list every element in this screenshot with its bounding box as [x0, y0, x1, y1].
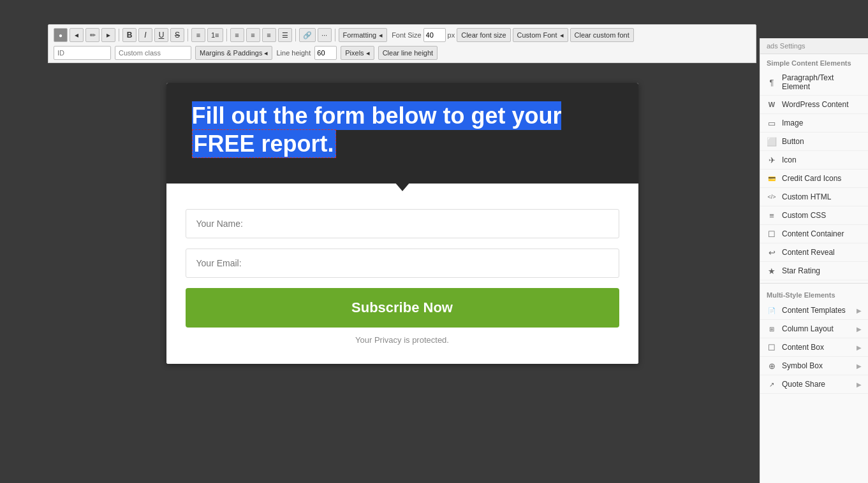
page-frame: Fill out the form below to get your FREE… [166, 83, 638, 364]
panel-item-star-rating[interactable]: ★ Star Rating [760, 262, 868, 280]
canvas-area: Fill out the form below to get your FREE… [48, 64, 756, 483]
name-input[interactable] [186, 209, 619, 238]
strikethrough-button[interactable]: S [170, 28, 184, 42]
privacy-text: Your Privacy is protected. [186, 335, 619, 345]
down-arrow [395, 182, 410, 191]
content-templates-arrow: ▶ [857, 307, 862, 314]
clear-font-size-button[interactable]: Clear font size [457, 28, 510, 42]
align-center-button[interactable]: ≡ [246, 28, 260, 42]
pixels-label: Pixels [345, 49, 364, 57]
image-label: Image [782, 119, 803, 127]
underline-button[interactable]: U [154, 28, 168, 42]
icon-icon: ✈ [767, 155, 777, 165]
content-templates-label: Content Templates [782, 306, 846, 315]
color-picker-button[interactable]: ● [54, 28, 68, 42]
panel-item-content-templates[interactable]: 📄 Content Templates ▶ [760, 301, 868, 320]
panel-item-symbol-box[interactable]: ⊕ Symbol Box ▶ [760, 357, 868, 375]
align-left-button[interactable]: ≡ [230, 28, 244, 42]
panel-item-quote-share[interactable]: ↗ Quote Share ▶ [760, 375, 868, 394]
font-size-input[interactable] [423, 28, 446, 42]
credit-card-label: Credit Card Icons [782, 174, 841, 183]
panel-item-content-box[interactable]: ☐ Content Box ▶ [760, 338, 868, 357]
page-body: Subscribe Now Your Privacy is protected. [166, 184, 638, 364]
panel-item-icon[interactable]: ✈ Icon [760, 151, 868, 169]
toolbar-row2: Margins & Paddings ◂ Line height Pixels … [48, 43, 756, 63]
panel-item-custom-css[interactable]: ≡ Custom CSS [760, 206, 868, 225]
pencil-button[interactable]: ✏ [85, 28, 99, 42]
margins-paddings-button[interactable]: Margins & Paddings ◂ [195, 46, 272, 60]
headline-line2-wrapper: FREE report. [192, 129, 336, 158]
email-input[interactable] [186, 249, 619, 278]
content-box-icon: ☐ [767, 342, 777, 352]
panel-item-column-layout[interactable]: ⊞ Column Layout ▶ [760, 320, 868, 338]
custom-class-input[interactable] [115, 46, 191, 60]
wordpress-label: WordPress Content [782, 100, 849, 109]
ordered-list-button[interactable]: 1≡ [207, 28, 223, 42]
italic-button[interactable]: I [138, 28, 152, 42]
content-container-icon: ☐ [767, 229, 777, 239]
link-button[interactable]: 🔗 [299, 28, 316, 42]
content-box-arrow: ▶ [857, 344, 862, 351]
arrow-right-button[interactable]: ▸ [101, 28, 115, 42]
align-justify-button[interactable]: ☰ [278, 28, 292, 42]
paragraph-label: Paragraph/Text Element [782, 73, 862, 91]
panel-item-content-container[interactable]: ☐ Content Container [760, 225, 868, 243]
symbol-box-icon: ⊕ [767, 361, 777, 371]
formatting-dropdown[interactable]: Formatting ◂ [339, 28, 388, 42]
pixels-button[interactable]: Pixels ◂ [341, 46, 374, 60]
panel-item-wordpress[interactable]: W WordPress Content [760, 96, 868, 114]
image-icon: ▭ [767, 118, 777, 128]
id-input[interactable] [54, 46, 111, 60]
clear-line-height-button[interactable]: Clear line height [378, 46, 438, 60]
credit-card-icon: 💳 [767, 173, 777, 184]
line-height-input[interactable] [314, 46, 337, 60]
divider3 [226, 29, 227, 41]
panel-item-button[interactable]: ⬜ Button [760, 133, 868, 151]
button-label: Button [782, 137, 804, 146]
margins-paddings-label: Margins & Paddings [200, 49, 262, 57]
unordered-list-button[interactable]: ≡ [191, 28, 205, 42]
custom-font-button[interactable]: Custom Font ◂ [513, 28, 568, 42]
text-formatting-toolbar: ● ◂ ✏ ▸ B I U S ≡ 1≡ ≡ ≡ ≡ ☰ 🔗 ··· Forma… [48, 24, 756, 46]
panel-item-custom-html[interactable]: </> Custom HTML [760, 188, 868, 206]
content-box-label: Content Box [782, 343, 824, 352]
content-templates-icon: 📄 [767, 305, 777, 315]
multi-style-section-title: Multi-Style Elements [760, 286, 868, 301]
clear-custom-font-button[interactable]: Clear custom font [570, 28, 634, 42]
custom-css-label: Custom CSS [782, 211, 826, 220]
symbol-box-label: Symbol Box [782, 361, 823, 370]
simple-content-section-title: Simple Content Elements [760, 54, 868, 69]
headline: Fill out the form below to get your FREE… [192, 102, 613, 158]
more-button[interactable]: ··· [318, 28, 332, 42]
panel-item-content-reveal[interactable]: ↩ Content Reveal [760, 243, 868, 262]
px-label: px [448, 31, 455, 39]
font-size-label: Font Size [392, 31, 421, 39]
panel-item-image[interactable]: ▭ Image [760, 114, 868, 133]
arrow-left-button[interactable]: ◂ [70, 28, 84, 42]
panel-divider [760, 283, 868, 284]
formatting-label: Formatting [343, 31, 377, 39]
symbol-box-arrow: ▶ [857, 363, 862, 370]
custom-html-label: Custom HTML [782, 192, 831, 201]
wordpress-icon: W [767, 99, 777, 110]
page-header: Fill out the form below to get your FREE… [166, 83, 638, 184]
subscribe-button[interactable]: Subscribe Now [186, 288, 619, 328]
headline-line2: FREE report. [192, 129, 336, 158]
panel-item-paragraph[interactable]: ¶ Paragraph/Text Element [760, 69, 868, 96]
ads-settings-label: ads Settings [760, 38, 868, 54]
icon-label: Icon [782, 155, 797, 164]
bold-button[interactable]: B [122, 28, 136, 42]
custom-font-label: Custom Font [517, 31, 557, 39]
column-layout-arrow: ▶ [857, 326, 862, 333]
column-layout-label: Column Layout [782, 324, 834, 333]
button-icon: ⬜ [767, 136, 777, 147]
panel-item-credit-card[interactable]: 💳 Credit Card Icons [760, 169, 868, 188]
right-panel: ads Settings Simple Content Elements ¶ P… [760, 38, 868, 483]
paragraph-icon: ¶ [767, 77, 777, 87]
content-container-label: Content Container [782, 229, 844, 238]
star-rating-icon: ★ [767, 266, 777, 276]
quote-share-arrow: ▶ [857, 381, 862, 388]
divider4 [295, 29, 296, 41]
align-right-button[interactable]: ≡ [262, 28, 276, 42]
custom-html-icon: </> [767, 192, 777, 202]
